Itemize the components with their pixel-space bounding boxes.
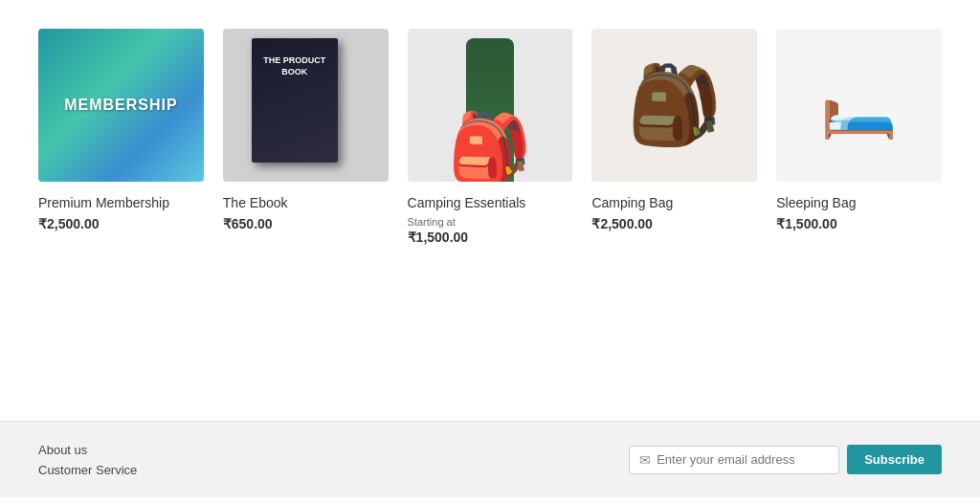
main-content: Premium Membership₹2,500.00The Ebook₹650… xyxy=(0,0,980,421)
footer: About usCustomer Service ✉ Subscribe xyxy=(0,421,980,497)
product-name-the-ebook: The Ebook xyxy=(223,195,389,210)
product-price-camping-bag: ₹2,500.00 xyxy=(591,216,757,231)
product-card-camping-bag[interactable]: Camping Bag₹2,500.00 xyxy=(591,29,757,245)
product-price-wrap-camping-bag: ₹2,500.00 xyxy=(591,216,757,231)
products-grid: Premium Membership₹2,500.00The Ebook₹650… xyxy=(38,19,942,245)
product-image-sleeping-bag xyxy=(776,29,942,182)
product-price-wrap-camping-essentials: Starting at₹1,500.00 xyxy=(408,216,573,245)
product-card-sleeping-bag[interactable]: Sleeping Bag₹1,500.00 xyxy=(776,29,942,245)
product-name-sleeping-bag: Sleeping Bag xyxy=(776,195,942,210)
product-price-wrap-sleeping-bag: ₹1,500.00 xyxy=(776,216,942,231)
product-image-camping-bag xyxy=(591,29,757,182)
product-image-the-ebook xyxy=(223,29,389,182)
product-starting-camping-essentials: Starting at xyxy=(408,216,573,228)
product-card-the-ebook[interactable]: The Ebook₹650.00 xyxy=(223,29,389,245)
product-card-camping-essentials[interactable]: Camping EssentialsStarting at₹1,500.00 xyxy=(408,29,573,245)
product-name-premium-membership: Premium Membership xyxy=(38,195,204,210)
product-image-placeholder-sleeping-bag xyxy=(776,29,942,182)
product-image-placeholder-camping-essentials xyxy=(408,29,573,182)
newsletter-input-wrap: ✉ xyxy=(629,446,839,474)
product-image-placeholder-the-ebook xyxy=(223,29,389,182)
footer-links: About usCustomer Service xyxy=(38,443,137,477)
footer-newsletter: ✉ Subscribe xyxy=(629,445,942,474)
email-icon: ✉ xyxy=(639,452,651,468)
product-image-camping-essentials xyxy=(408,29,573,182)
product-image-placeholder-premium-membership xyxy=(38,29,204,182)
product-card-premium-membership[interactable]: Premium Membership₹2,500.00 xyxy=(38,29,204,245)
product-price-the-ebook: ₹650.00 xyxy=(223,216,389,231)
product-name-camping-essentials: Camping Essentials xyxy=(408,195,573,210)
product-price-camping-essentials: ₹1,500.00 xyxy=(408,230,573,245)
subscribe-button[interactable]: Subscribe xyxy=(847,445,942,474)
product-price-premium-membership: ₹2,500.00 xyxy=(38,216,204,231)
product-price-wrap-premium-membership: ₹2,500.00 xyxy=(38,216,204,231)
product-price-sleeping-bag: ₹1,500.00 xyxy=(776,216,942,231)
product-image-placeholder-camping-bag xyxy=(591,29,757,182)
footer-link-about-us[interactable]: About us xyxy=(38,443,137,457)
product-name-camping-bag: Camping Bag xyxy=(591,195,757,210)
product-image-premium-membership xyxy=(38,29,204,182)
email-input[interactable] xyxy=(657,452,829,467)
product-price-wrap-the-ebook: ₹650.00 xyxy=(223,216,389,231)
footer-link-customer-service[interactable]: Customer Service xyxy=(38,463,137,477)
